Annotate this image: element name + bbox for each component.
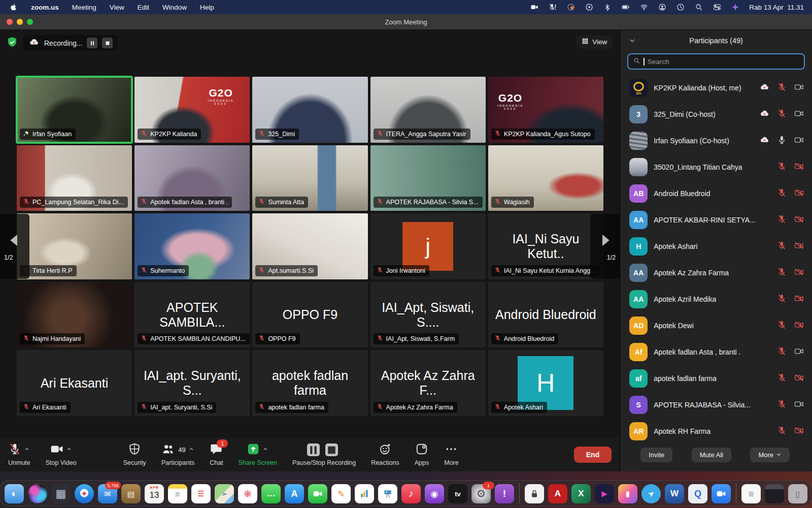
mic-muted-icon[interactable]	[777, 320, 787, 332]
participant-row[interactable]: ADApotek Dewi	[620, 312, 812, 339]
participants-search-input[interactable]: Search	[627, 53, 805, 70]
battery-icon[interactable]	[621, 3, 630, 12]
video-camera-icon[interactable]	[530, 3, 538, 12]
camera-on-icon[interactable]	[794, 346, 804, 358]
share-screen-button[interactable]: Share Screen	[239, 443, 277, 466]
participant-row[interactable]: ABAndroid Bluedroid	[620, 180, 812, 207]
dock-icon-appstore[interactable]: A	[285, 484, 304, 503]
end-meeting-button[interactable]: End	[574, 447, 612, 463]
participant-row[interactable]: dinKP2KP Kalianda (Host, me)	[620, 75, 812, 101]
participant-row[interactable]: AAApotek Az Zahra Farma	[620, 260, 812, 286]
dock-icon-calendar[interactable]: APR13	[145, 484, 164, 503]
zoom-window-button[interactable]	[27, 19, 33, 25]
dock-icon-settings[interactable]: ⚙1	[471, 484, 491, 503]
video-tile-4[interactable]: ITERA_Angga Saputra Yasir	[370, 77, 486, 143]
dock-icon-keychain[interactable]	[525, 484, 544, 503]
previous-page-button[interactable]: 1/2	[0, 214, 29, 279]
video-tile-6[interactable]: PC_Lampung Selatan_Rika Di...	[17, 145, 132, 211]
more-button[interactable]: More	[444, 443, 458, 466]
dock-icon-photos[interactable]: ❋	[238, 484, 257, 503]
video-tile-12[interactable]: Suhermanto	[134, 213, 250, 279]
user-account-icon[interactable]	[658, 3, 666, 12]
dock-icon-launchpad[interactable]: ▦	[51, 484, 71, 503]
dock-icon-finder[interactable]: ◐	[5, 484, 24, 503]
mic-muted-icon[interactable]	[777, 373, 787, 385]
video-tile-24[interactable]: Apotek Az Zahra F...Apotek Az Zahra Farm…	[370, 350, 486, 416]
participant-row[interactable]: 3325_Dimi (Co-host)	[620, 101, 812, 128]
dock-icon-notes[interactable]: ≣	[168, 484, 187, 503]
dock-icon-pages[interactable]: ✎	[331, 484, 351, 503]
collapse-panel-chevron-icon[interactable]	[628, 37, 636, 45]
apps-button[interactable]: Apps	[415, 443, 429, 466]
dock-icon-excel[interactable]: X	[571, 484, 591, 503]
video-tile-9[interactable]: APOTEK RAJABASA - Silvia S...	[370, 145, 486, 211]
color-app-icon[interactable]	[731, 3, 739, 12]
next-page-button[interactable]: 1/2	[590, 214, 620, 279]
view-button[interactable]: View	[576, 35, 613, 49]
control-center-icon[interactable]	[713, 3, 721, 12]
menu-meeting[interactable]: Meeting	[72, 4, 96, 11]
reactions-button[interactable]: Reactions	[371, 443, 399, 466]
video-tile-22[interactable]: IAI_apt. Suryanti, S...IAI_apt. Suryanti…	[134, 350, 250, 416]
participant-row[interactable]: ARApotek RH Farma	[620, 418, 812, 441]
video-tile-13[interactable]: Apt.sumarti.S.Si	[252, 213, 367, 279]
spotlight-search-icon[interactable]	[694, 3, 703, 12]
video-tile-21[interactable]: Ari EkasantiAri Ekasanti	[17, 350, 132, 416]
dock-icon-quicktime[interactable]: Q	[688, 484, 707, 503]
participant-row[interactable]: AAApotek Azril Medika	[620, 286, 812, 312]
dock-icon-word[interactable]: W	[665, 484, 684, 503]
security-button[interactable]: Security	[123, 443, 146, 466]
mic-muted-icon[interactable]	[777, 162, 787, 173]
video-tile-3[interactable]: 325_Dimi	[252, 77, 367, 143]
dock-icon-mail[interactable]: ✉5,756	[98, 484, 117, 503]
camera-on-icon[interactable]	[794, 109, 804, 120]
dock-icon-player[interactable]: ▶	[595, 484, 614, 503]
video-tile-8[interactable]: Suminta Atta	[252, 145, 367, 211]
apple-menu-icon[interactable]	[9, 3, 18, 12]
dock-icon-keynote[interactable]	[378, 484, 397, 503]
window-title-bar[interactable]: Zoom Meeting	[0, 14, 812, 30]
video-tile-23[interactable]: apotek fadlan farmaapotek fadlan farma	[252, 350, 367, 416]
mic-muted-icon[interactable]	[777, 426, 787, 437]
dock-icon-trash[interactable]: ▯	[788, 484, 807, 503]
dock-icon-numbers[interactable]	[355, 484, 374, 503]
chevron-up-icon[interactable]	[24, 446, 30, 454]
unmute-button[interactable]: Unmute	[8, 443, 30, 466]
dock-icon-screenshot[interactable]	[765, 484, 784, 503]
camera-off-icon[interactable]	[794, 426, 804, 437]
mute-all-button[interactable]: Mute All	[692, 448, 731, 462]
video-tile-11[interactable]: Tirta Herti R.P	[17, 213, 132, 279]
video-tile-2[interactable]: G2OINDONESIA2022KP2KP Kalianda	[134, 77, 250, 143]
dock-icon-maps[interactable]: ➢	[215, 484, 234, 503]
camera-off-icon[interactable]	[794, 373, 804, 385]
stop-recording-button[interactable]	[102, 38, 113, 48]
mic-muted-icon[interactable]	[777, 188, 787, 200]
pause-recording-button[interactable]	[87, 38, 97, 48]
chat-button[interactable]: 1Chat	[210, 443, 223, 466]
play-circle-icon[interactable]	[585, 3, 593, 12]
dock-icon-messages[interactable]: …	[261, 484, 281, 503]
dock-icon-music[interactable]: ♪	[401, 484, 421, 503]
video-tile-16[interactable]: Najmi Handayani	[17, 282, 132, 348]
participant-row[interactable]: afapotek fadlan farma	[620, 365, 812, 392]
dock-icon-acrobat[interactable]: A	[548, 484, 567, 503]
video-tile-14[interactable]: jJoni Irwantoni	[370, 213, 486, 279]
camera-off-icon[interactable]	[794, 320, 804, 332]
recents-clock-icon[interactable]	[676, 3, 685, 12]
camera-off-icon[interactable]	[794, 162, 804, 173]
mic-muted-icon[interactable]	[777, 241, 787, 252]
video-tile-18[interactable]: OPPO F9OPPO F9	[252, 282, 367, 348]
participant-row[interactable]: HApotek Ashari	[620, 233, 812, 260]
mic-muted-icon[interactable]	[777, 399, 787, 411]
video-tile-7[interactable]: Apotek fadlan Asta , branti .	[134, 145, 250, 211]
participant-row[interactable]: AfApotek fadlan Asta , branti .	[620, 339, 812, 365]
dock-icon-telegram[interactable]: ➤	[641, 484, 661, 503]
camera-on-icon[interactable]	[794, 135, 804, 147]
camera-off-icon[interactable]	[794, 294, 804, 305]
video-tile-19[interactable]: IAI_Apt, Siswati, S....IAI_Apt, Siswati,…	[370, 282, 486, 348]
mic-muted-icon[interactable]	[777, 294, 787, 305]
dock-icon-document[interactable]: ≣	[741, 484, 761, 503]
pause-stop-recording-button[interactable]: Pause/Stop Recording	[292, 443, 356, 466]
stop-recording-icon[interactable]	[325, 443, 338, 456]
camera-off-icon[interactable]	[794, 214, 804, 226]
